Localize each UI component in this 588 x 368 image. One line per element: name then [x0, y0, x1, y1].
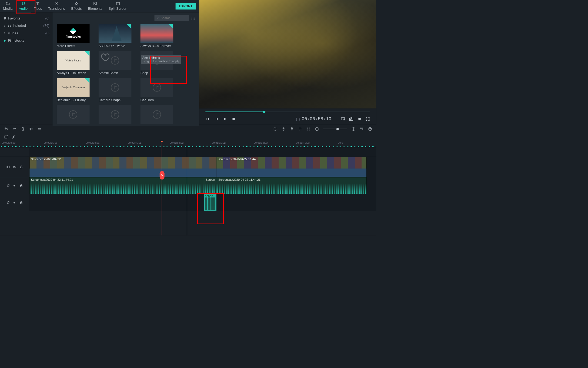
split-button[interactable]	[29, 127, 33, 131]
thumb-more-effects[interactable]: filmstocks More Effects	[57, 24, 90, 48]
tooltip-body: Drag to the timeline to apply	[142, 60, 179, 63]
display-settings-button[interactable]	[341, 117, 345, 121]
thumb-extra[interactable]	[99, 105, 132, 124]
tab-effects[interactable]: Effects	[68, 0, 85, 12]
sidebar-included-label: Included	[13, 24, 26, 28]
audio-clip-2[interactable]: Screen	[204, 177, 217, 194]
search-input[interactable]	[161, 16, 187, 20]
sidebar-item-included[interactable]: Included (76)	[0, 22, 53, 29]
audio-clip-1[interactable]: Screencast2020-04-22 11.44.21	[29, 177, 204, 194]
snapshot-button[interactable]	[349, 117, 354, 121]
tab-splitscreen[interactable]: Split Screen	[105, 0, 130, 12]
playhead[interactable]	[162, 141, 162, 235]
tab-audio[interactable]: Audio	[16, 0, 31, 12]
fullscreen-button[interactable]	[366, 117, 370, 121]
voiceover-button[interactable]	[290, 127, 294, 131]
svg-point-54	[9, 203, 9, 203]
search-box[interactable]	[155, 15, 189, 21]
tab-transitions[interactable]: Transitions	[45, 0, 68, 12]
svg-rect-11	[192, 17, 192, 17]
redo-button[interactable]	[12, 127, 16, 131]
thumb-atomic-bomb[interactable]: Atomic Bomb	[99, 51, 132, 75]
lock-icon[interactable]	[19, 201, 23, 204]
view-grid-icon[interactable]	[191, 16, 195, 20]
svg-rect-7	[8, 26, 9, 27]
tab-media[interactable]: Media	[0, 0, 16, 12]
svg-point-1	[24, 4, 25, 5]
sidebar-item-itunes[interactable]: iTunes (0)	[0, 29, 53, 37]
thumb-label: A-GROUP - Verve	[99, 44, 132, 48]
add-track-button[interactable]	[4, 135, 8, 139]
sidebar-favorite-label: Favorite	[8, 16, 20, 20]
svg-point-26	[153, 111, 161, 119]
thumb-agroup[interactable]: A-GROUP - Verve	[99, 24, 132, 48]
thumb-label: Beep	[141, 71, 173, 75]
speaker-icon[interactable]	[13, 184, 16, 187]
adjust-button[interactable]	[37, 127, 41, 131]
tab-elements[interactable]: Elements	[85, 0, 105, 12]
fit-button[interactable]	[306, 127, 310, 131]
audio-icon	[21, 1, 25, 5]
zoom-in-button[interactable]	[351, 127, 355, 131]
eye-icon[interactable]	[13, 165, 16, 169]
play-button[interactable]	[223, 117, 227, 121]
video-track-icon[interactable]	[6, 165, 10, 169]
favorite-heart-icon[interactable]	[100, 52, 109, 62]
audio-clip-3[interactable]: Screencast2020-04-22 11.44.21	[217, 177, 367, 194]
brace-left-icon: {	[296, 117, 297, 121]
sidebar-item-favorite[interactable]: Favorite (0)	[0, 15, 53, 22]
elements-icon	[93, 2, 97, 6]
play-pause-button[interactable]	[214, 117, 219, 121]
lock-icon[interactable]	[19, 184, 23, 187]
video-clip-1[interactable]: Screencast2020-04-22	[29, 157, 216, 177]
render-button[interactable]	[273, 127, 277, 131]
zoom-slider[interactable]	[323, 129, 348, 130]
progress-thumb-icon[interactable]	[263, 111, 266, 113]
svg-point-32	[30, 128, 31, 129]
beep-audio-clip[interactable]: BBBBB	[204, 194, 216, 211]
sidebar-item-filmstocks[interactable]: Filmstocks	[0, 37, 53, 44]
marker-button[interactable]	[282, 127, 286, 131]
preview-progress[interactable]	[205, 111, 370, 112]
main-tabs: Media Audio Titles Transitions Effects	[0, 0, 199, 12]
music-icon[interactable]	[6, 201, 10, 204]
thumb-extra[interactable]	[141, 105, 173, 124]
tab-elements-label: Elements	[88, 7, 102, 11]
thumb-label: Always D...in Reach	[57, 71, 90, 75]
filmstocks-icon	[3, 39, 6, 42]
delete-button[interactable]	[21, 127, 25, 131]
thumb-always-forever[interactable]: Always D...n Forever	[141, 24, 173, 48]
thumb-extra[interactable]	[57, 105, 90, 124]
lock-icon[interactable]	[19, 165, 23, 169]
thumb-label: Camera Snaps	[99, 98, 132, 102]
music-icon[interactable]	[6, 184, 10, 187]
svg-rect-42	[362, 128, 363, 130]
stop-button[interactable]	[231, 117, 236, 121]
video-clip-2[interactable]: Screencast2020-04-22 11.44	[216, 157, 367, 177]
step-back-button[interactable]	[205, 117, 210, 121]
thumb-car-horn[interactable]: Car Horn	[141, 78, 173, 102]
ruler-mark: 00:0	[338, 141, 343, 144]
thumb-camera-snaps[interactable]: Camera Snaps	[99, 78, 132, 102]
thumb-always-reach[interactable]: Within Reach Always D...in Reach	[57, 51, 90, 75]
help-button[interactable]	[368, 127, 372, 131]
svg-rect-6	[10, 25, 11, 25]
undo-button[interactable]	[4, 127, 8, 131]
export-button[interactable]: EXPORT	[176, 3, 196, 9]
zoom-out-button[interactable]	[315, 127, 319, 131]
preview-video[interactable]	[199, 0, 376, 109]
svg-rect-12	[193, 17, 193, 17]
sidebar-filmstocks-label: Filmstocks	[8, 39, 24, 43]
effects-icon	[74, 2, 78, 6]
tab-titles[interactable]: Titles	[31, 0, 45, 12]
mixer-button[interactable]	[298, 127, 302, 131]
speaker-icon[interactable]	[13, 201, 16, 204]
svg-point-10	[157, 17, 158, 19]
thumb-benjamin[interactable]: Benjamin Thompson Benjamin...- Lullaby	[57, 78, 90, 102]
volume-button[interactable]	[357, 117, 362, 121]
track-size-button[interactable]	[360, 127, 364, 131]
timeline-ruler[interactable]: 00:00:00:00 00:00:15:00 00:00:30:01 00:0…	[0, 141, 376, 147]
link-button[interactable]	[11, 135, 15, 139]
preview-panel: { } 00:00:58:10	[199, 0, 376, 125]
svg-point-20	[111, 57, 119, 64]
